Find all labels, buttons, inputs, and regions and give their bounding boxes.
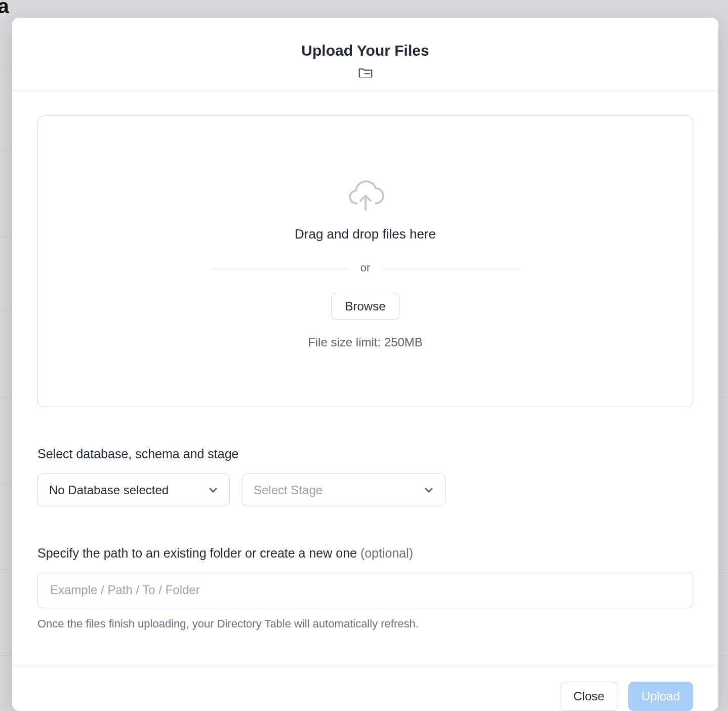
modal-title: Upload Your Files xyxy=(301,42,429,59)
modal-body: Drag and drop files here or Browse File … xyxy=(12,92,718,667)
stage-select[interactable]: Select Stage xyxy=(242,473,446,506)
folder-path-input[interactable] xyxy=(37,572,693,608)
folder-icon xyxy=(358,67,373,77)
chevron-down-icon xyxy=(424,485,434,495)
background-page-title-fragment: ata xyxy=(0,0,9,18)
cloud-upload-icon xyxy=(345,179,386,215)
dropzone-instruction: Drag and drop files here xyxy=(295,226,436,242)
database-select[interactable]: No Database selected xyxy=(37,473,230,506)
path-optional-text: (optional) xyxy=(360,546,413,560)
close-button[interactable]: Close xyxy=(560,682,618,711)
file-size-limit: File size limit: 250MB xyxy=(308,335,423,349)
dropzone-or-divider: or xyxy=(211,261,520,274)
file-dropzone[interactable]: Drag and drop files here or Browse File … xyxy=(37,115,693,407)
database-select-value: No Database selected xyxy=(49,483,169,497)
modal-header: Upload Your Files xyxy=(12,18,718,92)
path-label-text: Specify the path to an existing folder o… xyxy=(37,546,360,560)
or-text: or xyxy=(360,261,371,274)
stage-select-placeholder: Select Stage xyxy=(254,483,322,497)
upload-files-modal: Upload Your Files Drag and drop files he… xyxy=(12,18,718,711)
path-label: Specify the path to an existing folder o… xyxy=(37,546,693,561)
upload-hint: Once the files finish uploading, your Di… xyxy=(37,617,693,630)
upload-button[interactable]: Upload xyxy=(628,682,693,711)
select-row: No Database selected Select Stage xyxy=(37,473,693,506)
chevron-down-icon xyxy=(208,485,218,495)
modal-footer: Close Upload xyxy=(12,667,718,711)
db-section-label: Select database, schema and stage xyxy=(37,447,693,461)
browse-button[interactable]: Browse xyxy=(331,293,399,320)
